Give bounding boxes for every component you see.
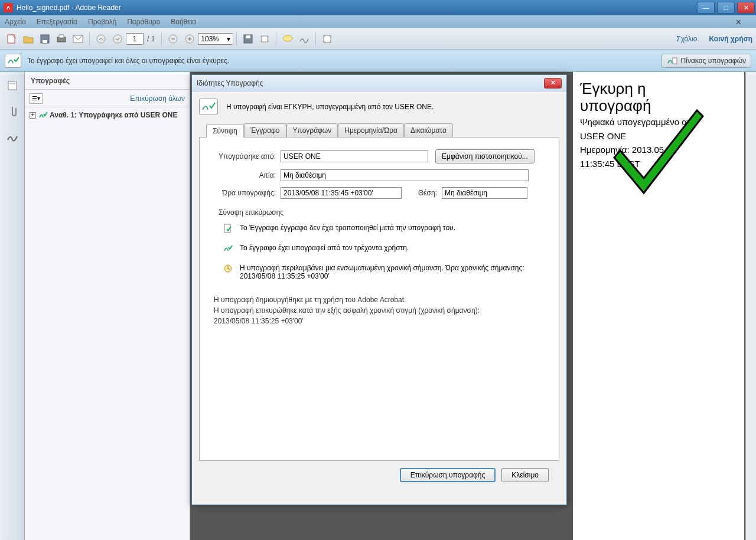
signatures-panel-title: Υπογραφές — [25, 72, 190, 90]
titlebar: A Hello_signed.pdf - Adobe Reader — □ ✕ — [0, 0, 756, 15]
thumbnails-icon[interactable] — [5, 78, 20, 93]
tab-document[interactable]: Έγγραφο — [244, 123, 286, 137]
signature-valid-icon — [5, 54, 21, 68]
signed-by-field: USER ONE — [281, 150, 428, 162]
zoom-select[interactable]: 103%▾ — [198, 33, 233, 45]
summary-text-3: Η υπογραφή περιλαμβάνει μια ενσωματωμένη… — [240, 264, 524, 280]
export-pdf-icon[interactable] — [5, 32, 19, 46]
email-icon[interactable] — [71, 32, 85, 46]
signature-tree: + Αναθ. 1: Υπογράφηκε από USER ONE — [25, 107, 190, 123]
menu-help[interactable]: Βοήθεια — [171, 18, 196, 26]
signed-by-label: Υπογράφηκε από: — [214, 152, 276, 161]
menu-view[interactable]: Προβολή — [88, 18, 116, 26]
signatures-icon[interactable] — [5, 130, 20, 145]
location-label: Θέση: — [402, 189, 437, 197]
location-field: Μη διαθέσιμη — [442, 187, 527, 199]
svg-rect-18 — [673, 58, 677, 64]
save-copy-icon[interactable] — [241, 32, 255, 46]
zoom-in-icon[interactable] — [183, 32, 197, 46]
signature-message-bar: Το έγγραφο έχει υπογραφεί και όλες οι υπ… — [0, 50, 756, 72]
close-dialog-button[interactable]: Κλείσιμο — [501, 468, 549, 482]
summary-icon-signed-by-user — [223, 244, 234, 253]
signature-panel-button[interactable]: Πίνακας υπογραφών — [662, 54, 751, 68]
print-icon[interactable] — [54, 32, 69, 46]
svg-rect-2 — [43, 40, 47, 43]
tab-permissions[interactable]: Δικαιώματα — [404, 123, 453, 137]
fit-page-icon[interactable] — [258, 32, 272, 46]
footer-line-2: Η υπογραφή επικυρώθηκε κατά την εξής ασφ… — [214, 305, 545, 316]
sign-time-field: 2013/05/08 11:35:45 +03'00' — [281, 187, 402, 199]
dialog-signature-valid-text: Η υπογραφή είναι ΕΓΚΥΡΗ, υπογεγραμμένη α… — [226, 103, 434, 111]
page-input[interactable] — [126, 33, 144, 45]
menubar: Αρχείο Επεξεργασία Προβολή Παράθυρο Βοήθ… — [0, 15, 756, 28]
open-icon[interactable] — [21, 32, 35, 46]
save-icon[interactable] — [38, 32, 52, 46]
footer-line-1: Η υπογραφή δημιουργήθηκε με τη χρήση του… — [214, 294, 545, 305]
scrollbar[interactable] — [745, 72, 756, 540]
share-link[interactable]: Κοινή χρήση — [709, 35, 752, 43]
zoom-out-icon[interactable] — [166, 32, 180, 46]
dialog-tabs: Σύνοψη Έγγραφο Υπογράφων Ημερομηνία/Ώρα … — [199, 123, 559, 138]
validate-signature-button[interactable]: Επικύρωση υπογραφής — [400, 468, 496, 482]
close-button[interactable]: ✕ — [737, 2, 755, 14]
menu-edit[interactable]: Επεξεργασία — [37, 18, 77, 26]
toolbar: / 1 103%▾ Σχόλιο Κοινή χρήση — [0, 28, 756, 50]
comment-link[interactable]: Σχόλιο — [676, 35, 697, 43]
tab-content: Υπογράφηκε από: USER ONE Εμφάνιση πιστοπ… — [199, 138, 559, 461]
svg-rect-20 — [9, 83, 15, 84]
expand-icon[interactable]: + — [30, 112, 36, 119]
signature-message-text: Το έγγραφο έχει υπογραφεί και όλες οι υπ… — [27, 57, 229, 65]
window-controls: — □ ✕ — [696, 2, 756, 14]
reason-label: Αιτία: — [214, 171, 276, 179]
big-checkmark-icon — [602, 104, 709, 211]
summary-icon-doc-unmodified — [223, 224, 234, 233]
reading-mode-icon[interactable] — [320, 32, 334, 46]
svg-rect-14 — [246, 35, 250, 38]
minimize-button[interactable]: — — [697, 2, 715, 14]
page-up-icon[interactable] — [94, 32, 108, 46]
summary-text-1: Το Έγγραφο έγγραφο δεν έχει τροποποιηθεί… — [240, 224, 455, 232]
sign-time-label: Ώρα υπογραφής: — [214, 189, 276, 197]
app-icon: A — [4, 3, 13, 12]
tab-summary[interactable]: Σύνοψη — [206, 124, 244, 138]
dialog-titlebar: Ιδιότητες Υπογραφής ✕ — [192, 75, 566, 91]
doc-valid-title-1: Έγκυρη η — [580, 80, 737, 97]
dialog-title: Ιδιότητες Υπογραφής — [197, 79, 263, 87]
reason-field: Μη διαθέσιμη — [281, 169, 529, 181]
svg-rect-15 — [262, 36, 268, 42]
validate-all-link[interactable]: Επικύρωση όλων — [130, 94, 185, 103]
menu-window[interactable]: Παράθυρο — [127, 18, 160, 26]
tab-datetime[interactable]: Ημερομηνία/Ώρα — [338, 123, 404, 137]
show-certificate-button[interactable]: Εμφάνιση πιστοποιητικού... — [435, 149, 535, 163]
svg-rect-4 — [59, 35, 64, 38]
page-total: / 1 — [147, 35, 155, 43]
dialog-close-button[interactable]: ✕ — [544, 78, 562, 89]
signatures-panel: Υπογραφές ☰▾ Επικύρωση όλων + Αναθ. 1: Υ… — [25, 72, 190, 540]
signature-tree-item[interactable]: + Αναθ. 1: Υπογράφηκε από USER ONE — [28, 110, 186, 120]
svg-point-6 — [97, 35, 105, 43]
svg-point-7 — [113, 35, 122, 43]
summary-icon-timestamp — [223, 264, 234, 273]
left-sidebar-strip — [0, 72, 25, 540]
summary-text-2: Το έγγραφο έχει υπογραφεί από τον τρέχον… — [240, 244, 409, 252]
validation-summary-title: Σύνοψη επικύρωσης — [219, 208, 545, 217]
close-tab-icon[interactable]: ✕ — [735, 18, 742, 27]
footer-line-3: 2013/05/08 11:35:25 +03'00' — [214, 316, 545, 326]
window-title: Hello_signed.pdf - Adobe Reader — [17, 4, 121, 12]
attachments-icon[interactable] — [5, 104, 20, 119]
signature-properties-dialog: Ιδιότητες Υπογραφής ✕ Η υπογραφή είναι Ε… — [191, 74, 567, 505]
tab-signer[interactable]: Υπογράφων — [286, 123, 338, 137]
document-page: Έγκυρη η υπογραφή Ψηφιακά υπογεγραμμένο … — [573, 72, 744, 540]
menu-file[interactable]: Αρχείο — [5, 18, 26, 26]
panel-options-dropdown[interactable]: ☰▾ — [30, 93, 43, 104]
maximize-button[interactable]: □ — [717, 2, 735, 14]
comment-icon[interactable] — [281, 32, 295, 46]
sign-icon[interactable] — [297, 32, 311, 46]
page-down-icon[interactable] — [110, 32, 125, 46]
svg-point-16 — [283, 35, 292, 41]
dialog-signature-icon — [199, 99, 218, 115]
